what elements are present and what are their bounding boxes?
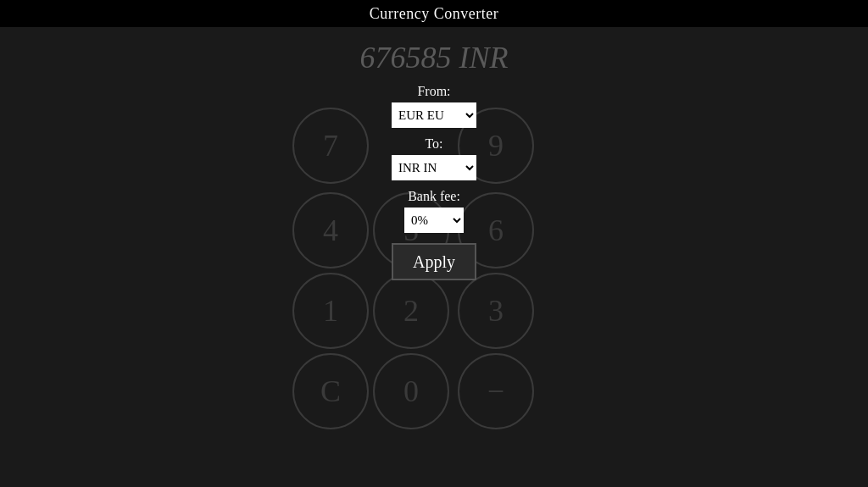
from-label: From: <box>417 84 450 99</box>
header-bar: Currency Converter <box>0 0 868 27</box>
from-currency-select[interactable]: EUR EUUSD USGBP GBJPY JPAUD AU <box>392 102 476 128</box>
apply-button[interactable]: Apply <box>392 243 476 280</box>
main-content: 7 9 4 5 6 1 2 3 C 0 − 676585 INR From: E… <box>0 27 868 487</box>
result-display: 676585 INR <box>360 40 509 75</box>
to-label: To: <box>425 136 442 152</box>
bank-fee-label: Bank fee: <box>408 189 460 204</box>
bank-fee-select[interactable]: 0%1%2%3%5% <box>404 208 464 233</box>
center-panel: 676585 INR From: EUR EUUSD USGBP GBJPY J… <box>349 27 519 487</box>
app-title: Currency Converter <box>370 5 498 23</box>
to-currency-select[interactable]: INR INUSD USEUR EUGBP GBJPY JP <box>392 155 476 180</box>
